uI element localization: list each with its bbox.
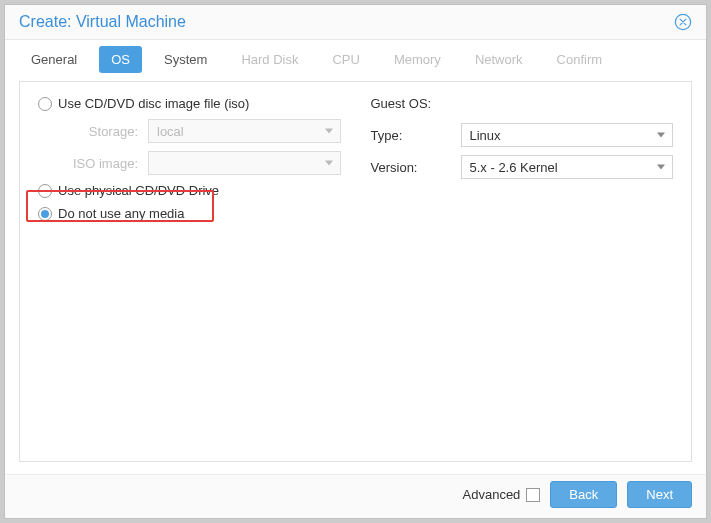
tab-memory: Memory: [382, 46, 453, 73]
advanced-checkbox[interactable]: [526, 488, 540, 502]
dialog-footer: Advanced Back Next: [5, 474, 706, 518]
version-select[interactable]: 5.x - 2.6 Kernel: [461, 155, 674, 179]
iso-image-row: ISO image:: [38, 151, 341, 175]
tab-general[interactable]: General: [19, 46, 89, 73]
radio-row-none[interactable]: Do not use any media: [38, 206, 341, 221]
advanced-toggle[interactable]: Advanced: [463, 487, 541, 502]
radio-none[interactable]: [38, 207, 52, 221]
radio-physical-label: Use physical CD/DVD Drive: [58, 183, 219, 198]
type-row: Type: Linux: [371, 123, 674, 147]
radio-none-label: Do not use any media: [58, 206, 184, 221]
advanced-label: Advanced: [463, 487, 521, 502]
storage-row: Storage: local: [38, 119, 341, 143]
radio-iso[interactable]: [38, 97, 52, 111]
content-panel: Use CD/DVD disc image file (iso) Storage…: [19, 81, 692, 462]
dialog-header: Create: Virtual Machine: [5, 5, 706, 40]
radio-iso-label: Use CD/DVD disc image file (iso): [58, 96, 249, 111]
close-icon[interactable]: [674, 13, 692, 31]
iso-image-label: ISO image:: [38, 156, 148, 171]
tab-network: Network: [463, 46, 535, 73]
tab-confirm: Confirm: [545, 46, 615, 73]
radio-physical[interactable]: [38, 184, 52, 198]
radio-row-physical[interactable]: Use physical CD/DVD Drive: [38, 183, 341, 198]
version-label: Version:: [371, 160, 461, 175]
next-button[interactable]: Next: [627, 481, 692, 508]
radio-row-iso[interactable]: Use CD/DVD disc image file (iso): [38, 96, 341, 111]
tab-hard-disk: Hard Disk: [229, 46, 310, 73]
tab-system[interactable]: System: [152, 46, 219, 73]
media-column: Use CD/DVD disc image file (iso) Storage…: [38, 96, 341, 447]
tab-bar: General OS System Hard Disk CPU Memory N…: [5, 40, 706, 73]
type-select[interactable]: Linux: [461, 123, 674, 147]
tab-cpu: CPU: [320, 46, 371, 73]
storage-label: Storage:: [38, 124, 148, 139]
dialog-title: Create: Virtual Machine: [19, 13, 186, 31]
guest-os-column: Guest OS: Type: Linux Version: 5.x - 2.6…: [371, 96, 674, 447]
create-vm-dialog: Create: Virtual Machine General OS Syste…: [4, 4, 707, 519]
tab-os[interactable]: OS: [99, 46, 142, 73]
type-label: Type:: [371, 128, 461, 143]
back-button[interactable]: Back: [550, 481, 617, 508]
storage-select: local: [148, 119, 341, 143]
iso-image-select: [148, 151, 341, 175]
version-row: Version: 5.x - 2.6 Kernel: [371, 155, 674, 179]
guest-os-heading: Guest OS:: [371, 96, 674, 111]
